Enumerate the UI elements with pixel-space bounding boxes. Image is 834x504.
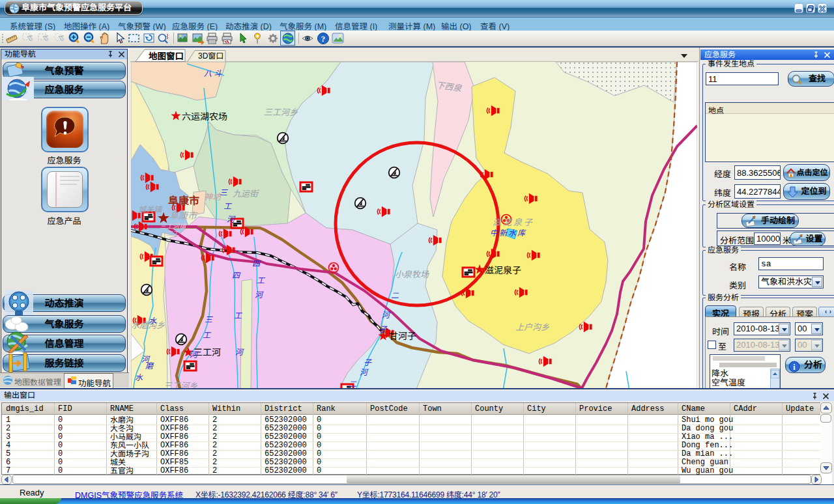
svg-text:小泉牧场: 小泉牧场 [395,270,429,279]
svg-text:四: 四 [252,259,261,268]
svg-text:三: 三 [220,188,228,197]
svg-text:四: 四 [232,271,241,280]
svg-text:二: 二 [349,380,357,389]
svg-text:甘河子: 甘河子 [389,331,416,341]
svg-text:河: 河 [190,350,199,359]
svg-text:子: 子 [364,358,372,367]
svg-text:?: ? [321,34,326,44]
svg-text:三工河镇: 三工河镇 [160,223,187,230]
svg-text:三工河乡: 三工河乡 [264,107,298,117]
svg-text:子: 子 [379,325,388,334]
svg-text:上户沟乡: 上户沟乡 [515,322,549,332]
svg-text:阜康市: 阜康市 [169,210,198,221]
svg-text:八 斗: 八 斗 [204,69,222,78]
svg-text:三: 三 [205,315,213,324]
svg-text:水磨沟乡: 水磨沟乡 [131,320,165,330]
svg-text:六运湖农场: 六运湖农场 [182,111,227,122]
svg-text:水: 水 [135,373,143,382]
svg-text:二工: 二工 [166,230,180,237]
svg-text:3D窗口: 3D窗口 [198,51,223,61]
svg-text:滋泥泉子: 滋泥泉子 [485,265,521,275]
svg-text:河: 河 [255,290,264,300]
svg-text:中新水库: 中新水库 [490,229,526,238]
svg-text:磨: 磨 [145,361,154,371]
svg-text:河: 河 [382,311,391,320]
svg-text:地图窗口: 地图窗口 [149,51,184,61]
svg-text:工: 工 [203,331,211,340]
svg-text:水: 水 [149,316,157,326]
svg-text:九运街: 九运街 [233,189,259,199]
svg-text:城关镇: 城关镇 [138,205,163,214]
svg-text:滋泥泉子: 滋泥泉子 [493,217,534,227]
svg-text:工: 工 [234,311,242,320]
svg-text:工: 工 [257,276,265,285]
svg-text:阜康市: 阜康市 [168,195,199,206]
svg-text:河: 河 [235,348,244,357]
svg-text:河: 河 [227,215,236,224]
svg-text:河: 河 [360,368,369,377]
svg-text:二: 二 [391,291,399,300]
svg-text:工: 工 [223,202,232,211]
svg-text:三工河: 三工河 [194,347,221,357]
